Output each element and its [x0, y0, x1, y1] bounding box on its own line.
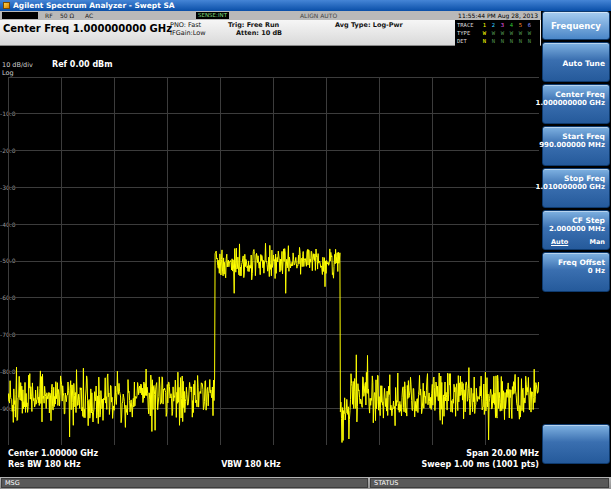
- softkey-auto-tune[interactable]: Auto Tune: [542, 42, 610, 82]
- resbw-annotation: Res BW 180 kHz: [8, 460, 81, 469]
- impedance-indicator: 50 Ω: [60, 12, 74, 19]
- trace-1-num: 1: [480, 21, 489, 29]
- rf-indicator: RF: [45, 12, 53, 19]
- trace-6-num: 6: [525, 21, 534, 29]
- softkey-blank[interactable]: [542, 424, 610, 464]
- spectrum-analyzer-screen: Agilent Spectrum Analyzer - Swept SA RF …: [0, 0, 611, 489]
- det-5: N: [516, 37, 525, 45]
- header-row: Center Freq 1.000000000 GHz PNO: Fast IF…: [0, 20, 541, 46]
- softkey-center-freq[interactable]: Center Freq 1.000000000 GHz: [542, 84, 610, 124]
- align-indicator: ALIGN AUTO: [300, 12, 337, 19]
- det-1: N: [480, 37, 489, 45]
- trace-2-num: 2: [489, 21, 498, 29]
- softkey-value: 0 Hz: [588, 267, 605, 276]
- annotation-row-1: Center 1.00000 GHz Span 20.00 MHz: [8, 449, 539, 458]
- status-row: RF 50 Ω AC SENSE:INT ALIGN AUTO 11:55:44…: [0, 11, 541, 20]
- trace-4-num: 4: [507, 21, 516, 29]
- softkey-value: 1.000000000 GHz: [536, 99, 605, 108]
- trace-3-num: 3: [498, 21, 507, 29]
- status-label: STATUS: [374, 479, 398, 487]
- trigger-column: Trig: Free Run Atten: 10 dB: [228, 22, 282, 37]
- status-field: STATUS: [370, 478, 609, 488]
- graph-region: 10 dB/div Log Ref 0.00 dBm -10.0 -20.0 -…: [0, 46, 541, 477]
- scale-type-label: Log: [2, 69, 14, 77]
- det-2: N: [489, 37, 498, 45]
- ref-level-label: Ref 0.00 dBm: [52, 60, 113, 69]
- type-3: W: [498, 29, 507, 37]
- det-6: N: [525, 37, 534, 45]
- annotation-row-2: Res BW 180 kHz VBW 180 kHz Sweep 1.00 ms…: [8, 460, 539, 469]
- softkey-label: Auto Tune: [562, 59, 605, 68]
- softkey-label: CF Step: [572, 216, 605, 225]
- atten-status: Atten: 10 dB: [228, 30, 282, 38]
- msg-field: MSG: [1, 478, 368, 488]
- type-6: W: [525, 29, 534, 37]
- softkey-cf-step[interactable]: CF Step 2.000000 MHz Auto Man: [542, 210, 610, 250]
- datetime-display: 11:55:44 PM Aug 28, 2013: [458, 12, 538, 19]
- sweep-annotation: Sweep 1.00 ms (1001 pts): [421, 460, 539, 469]
- softkey-label: Start Freq: [562, 132, 605, 141]
- sense-indicator: SENSE:INT: [196, 12, 229, 19]
- type-row: TYPE W W W W W W: [457, 29, 538, 37]
- coupling-indicator: AC: [85, 12, 93, 19]
- trace-row-label: TRACE: [457, 21, 480, 29]
- trace-row: TRACE 1 2 3 4 5 6: [457, 21, 538, 29]
- window-title: Agilent Spectrum Analyzer - Swept SA: [13, 1, 175, 10]
- app-icon: [3, 2, 10, 9]
- center-freq-readout: Center Freq 1.000000000 GHz: [3, 23, 172, 34]
- vbw-annotation: VBW 180 kHz: [221, 460, 281, 469]
- auto-man-toggle: Auto Man: [545, 238, 605, 246]
- pno-column: PNO: Fast IFGain:Low: [170, 22, 206, 37]
- softkey-value: 2.000000 MHz: [549, 225, 605, 234]
- type-5: W: [516, 29, 525, 37]
- det-4: N: [507, 37, 516, 45]
- softkey-label: Freq Offset: [558, 258, 605, 267]
- scale-label: 10 dB/div: [2, 61, 33, 69]
- msg-label: MSG: [5, 479, 20, 487]
- span-annotation: Span 20.00 MHz: [466, 449, 539, 458]
- det-row: DET N N N N N N: [457, 37, 538, 45]
- softkey-value: 1.010000000 GHz: [536, 183, 605, 192]
- softkey-label: Stop Freq: [564, 174, 605, 183]
- avg-type-status: Avg Type: Log-Pwr: [335, 22, 403, 30]
- softkey-freq-offset[interactable]: Freq Offset 0 Hz: [542, 252, 610, 292]
- type-1: W: [480, 29, 489, 37]
- softkey-label: Center Freq: [555, 90, 605, 99]
- trace-status-table: TRACE 1 2 3 4 5 6 TYPE W W W W W W DET N…: [455, 20, 540, 46]
- type-4: W: [507, 29, 516, 37]
- softkey-panel: Frequency Auto Tune Center Freq 1.000000…: [541, 11, 611, 477]
- spectrum-display: [8, 77, 539, 445]
- graticule: [8, 77, 539, 445]
- det-row-label: DET: [457, 37, 480, 45]
- trace-5-num: 5: [516, 21, 525, 29]
- det-3: N: [498, 37, 507, 45]
- ifgain-status: IFGain:Low: [170, 30, 206, 38]
- softkey-start-freq[interactable]: Start Freq 990.000000 MHz: [542, 126, 610, 166]
- softkey-stop-freq[interactable]: Stop Freq 1.010000000 GHz: [542, 168, 610, 208]
- type-row-label: TYPE: [457, 29, 480, 37]
- softkey-value: 990.000000 MHz: [539, 141, 605, 150]
- toggle-auto: Auto: [551, 238, 568, 246]
- center-annotation: Center 1.00000 GHz: [8, 449, 98, 458]
- bottom-status-bar: MSG STATUS: [0, 477, 611, 489]
- input-indicator: [2, 12, 38, 19]
- menu-title-frequency: Frequency: [542, 11, 610, 40]
- title-bar: Agilent Spectrum Analyzer - Swept SA: [0, 0, 611, 11]
- toggle-man: Man: [590, 238, 605, 246]
- type-2: W: [489, 29, 498, 37]
